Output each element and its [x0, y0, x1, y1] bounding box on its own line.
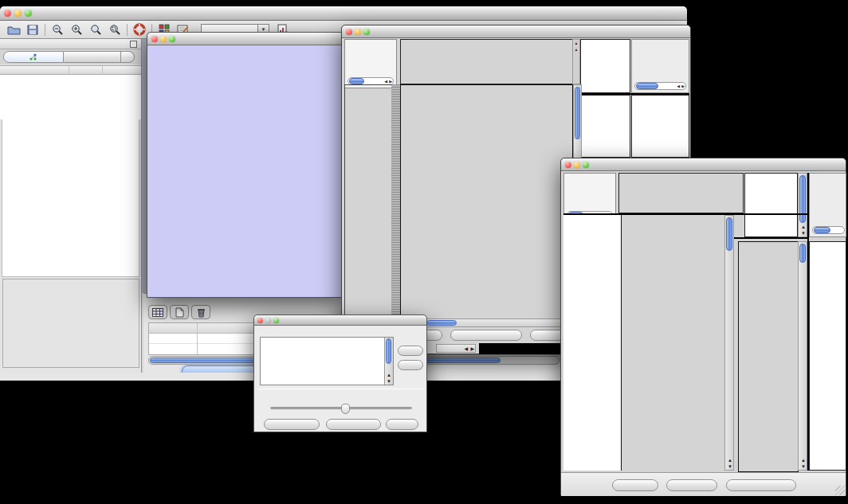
zoom-button[interactable]	[273, 318, 279, 323]
zoom-heatmap-canvas[interactable]	[738, 241, 799, 472]
main-titlebar[interactable]	[0, 6, 687, 21]
zoom-button[interactable]	[583, 162, 589, 168]
usage-hints-box: ◀▶	[631, 39, 689, 93]
slider-thumb[interactable]	[341, 404, 350, 414]
save-data-button[interactable]	[666, 479, 717, 491]
delete-trash-icon[interactable]	[191, 305, 210, 319]
dendro-mini-scrollbar[interactable]: ▲▲	[572, 39, 580, 84]
attribute-grid-icon[interactable]	[148, 305, 167, 319]
close-button[interactable]	[4, 10, 11, 17]
close-button[interactable]	[151, 36, 158, 42]
zoom-hscrollbar[interactable]: ◀ ▶	[436, 344, 476, 353]
zoom-matrix-pane[interactable]	[580, 95, 630, 158]
treeview-2-footer	[561, 472, 846, 496]
column-labels-vscrollbar[interactable]: ▲ ▼	[798, 173, 807, 237]
animation-slider[interactable]	[270, 407, 412, 409]
zoom-fit-icon[interactable]	[105, 22, 124, 37]
network-overview-canvas[interactable]	[2, 279, 139, 368]
close-button[interactable]	[565, 162, 571, 168]
dialog-title	[254, 315, 426, 325]
zoom-selected-icon[interactable]	[86, 22, 105, 37]
save-icon[interactable]	[23, 22, 42, 37]
usage-hscrollbar[interactable]	[812, 226, 845, 234]
zoom-in-icon[interactable]	[67, 22, 86, 37]
float-panel-icon[interactable]	[130, 41, 137, 48]
minimize-button[interactable]	[265, 318, 271, 323]
settings-button[interactable]	[612, 479, 658, 491]
gene-labels-pane[interactable]	[809, 241, 846, 471]
treeview-window-2: ◀▶ ▲ ▼ ▲ ▼ ▲ ▼	[560, 158, 846, 495]
gene-list-vscrollbar[interactable]: ▲ ▼	[798, 241, 807, 471]
minimize-button[interactable]	[355, 29, 361, 35]
desktop: ▼	[0, 0, 848, 504]
column-dendrogram-canvas[interactable]	[400, 39, 573, 84]
view-status-box: ◀▶	[344, 39, 397, 88]
network-window-1[interactable]	[147, 32, 344, 298]
network-tab-icon	[29, 53, 37, 61]
network-table-header	[0, 65, 141, 75]
gene-dendrogram-canvas[interactable]	[563, 215, 621, 471]
zoom-out-icon[interactable]	[48, 22, 67, 37]
usage-hints-box	[809, 173, 846, 237]
usage-hscrollbar[interactable]: ◀▶	[634, 82, 686, 90]
attribute-list[interactable]: ▲ ▼	[260, 337, 394, 385]
animate-vizmap-button[interactable]	[264, 419, 320, 430]
close-button[interactable]	[257, 318, 263, 323]
open-folder-icon[interactable]	[4, 22, 23, 37]
map-colors-dialog: ▲ ▼	[253, 315, 427, 432]
control-panel-tabs	[0, 49, 141, 64]
move-up-button[interactable]	[398, 346, 423, 356]
heatmap-vscrollbar[interactable]: ▲ ▼	[724, 215, 734, 471]
treeview-2-title	[561, 158, 846, 170]
attribute-list-vscrollbar[interactable]: ▲ ▼	[384, 338, 393, 385]
resize-grip[interactable]	[835, 486, 845, 495]
minimize-button[interactable]	[160, 36, 167, 42]
move-down-button[interactable]	[398, 360, 423, 370]
done-button[interactable]	[386, 419, 418, 430]
network-view-1-canvas[interactable]	[147, 45, 344, 297]
export-graphics-button[interactable]	[450, 330, 522, 341]
zoom-button[interactable]	[363, 29, 370, 35]
minimize-button[interactable]	[574, 162, 580, 168]
network-list	[0, 75, 141, 119]
gene-dendrogram-canvas[interactable]	[344, 84, 392, 319]
network-window-1-title	[147, 33, 344, 45]
export-graphics-button[interactable]	[726, 479, 796, 491]
tabs-overflow-button[interactable]	[121, 51, 135, 63]
tab-network[interactable]	[3, 51, 64, 63]
gene-strip	[391, 84, 400, 318]
toolbar-separator	[45, 24, 45, 36]
zoom-button[interactable]	[25, 10, 32, 17]
new-page-icon[interactable]	[170, 305, 189, 319]
network-tree-area[interactable]	[2, 119, 139, 277]
control-panel	[0, 39, 142, 373]
tab-vizmapper[interactable]	[64, 51, 121, 63]
toolbar-separator	[127, 24, 128, 36]
close-button[interactable]	[346, 29, 352, 35]
minimize-button[interactable]	[14, 10, 22, 17]
column-labels-pane[interactable]	[580, 39, 630, 93]
main-window-title	[0, 6, 478, 20]
heatmap-canvas[interactable]	[621, 215, 725, 471]
zoom-row-labels-pane[interactable]	[631, 95, 689, 158]
column-labels-pane[interactable]	[744, 173, 798, 237]
treeview-1-title	[342, 25, 690, 37]
zoom-view-empty	[479, 343, 561, 354]
column-dendrogram-canvas[interactable]	[618, 173, 744, 213]
heatmap-canvas[interactable]	[400, 84, 573, 319]
create-vizmap-button[interactable]	[326, 419, 381, 430]
zoom-button[interactable]	[169, 36, 175, 42]
